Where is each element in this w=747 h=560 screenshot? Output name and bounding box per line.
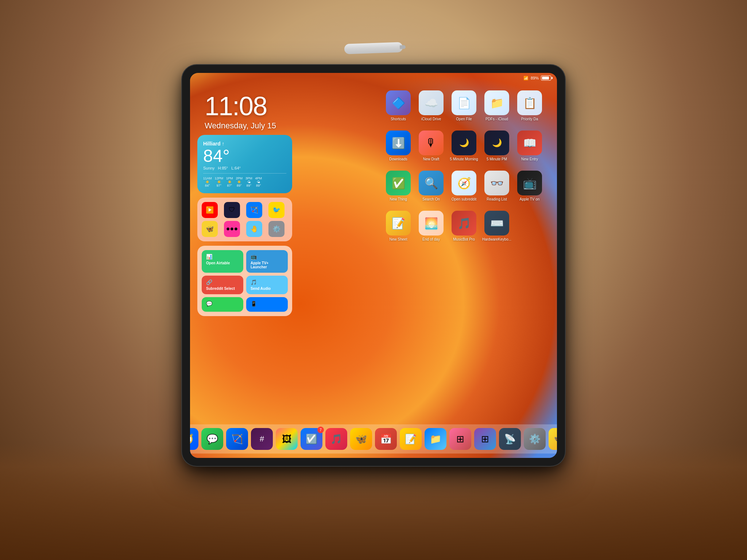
widget-bird-icon[interactable]: 🐦 [268, 202, 285, 218]
wifi-icon: 📶 [523, 76, 529, 81]
subreddit-icon: 🧭 [452, 171, 476, 195]
dock-tasks[interactable]: ☑️ 7 [301, 428, 322, 450]
app-priority[interactable]: 📋 Priority Da [513, 88, 546, 128]
app-new-draft[interactable]: 🎙 New Draft [415, 128, 448, 168]
shortcuts-widget[interactable]: 📊 Open Airtable 📺 Apple TV+ Launcher 🔗 S… [197, 246, 292, 316]
app-downloads[interactable]: ⬇️ Downloads [382, 128, 415, 168]
app-musicbot[interactable]: 🎵 MusicBot Pro [448, 208, 480, 248]
dock-grid1[interactable]: ⊞ [449, 428, 471, 450]
battery-text: 89% [531, 76, 539, 80]
dock-slack[interactable]: # [251, 428, 273, 450]
app-5min-morning[interactable]: 🌙 5 Minute Morning [448, 128, 480, 168]
dock-photos[interactable]: 🖼 [276, 428, 298, 450]
new-thing-icon: ✅ [386, 171, 411, 195]
dock-grid2[interactable]: ⊞ [474, 428, 496, 450]
shortcut-airtable[interactable]: 📊 Open Airtable [202, 250, 243, 273]
shortcut-audio[interactable]: 🎵 Send Audio [246, 276, 288, 294]
app-new-entry[interactable]: 📖 New Entry [513, 128, 546, 168]
app-open-file[interactable]: 📄 Open File [448, 88, 480, 128]
tasks-badge: 7 [317, 427, 324, 433]
app-search-on[interactable]: 🔍 Search On [415, 168, 448, 208]
ipad-body: 📶 89% 11:08 Wednesday, July 15 Hilliard … [182, 65, 565, 466]
dock-arrow[interactable]: 🏹 [226, 428, 248, 450]
weather-widget[interactable]: Hilliard ↑ 84° Sunny H:85° L:64° 11AM☀️8… [197, 135, 292, 193]
pdfs-icon: 📁 [484, 90, 509, 115]
reading-list-icon: 👓 [484, 171, 509, 195]
keyboard-icon: ⌨️ [484, 211, 509, 236]
ipad-screen: 📶 89% 11:08 Wednesday, July 15 Hilliard … [190, 73, 557, 458]
widget-youtube-icon[interactable]: ▶️ [202, 202, 218, 218]
5min-morning-icon: 🌙 [452, 131, 476, 155]
apple-pencil [344, 42, 403, 54]
widget-butterfly-icon[interactable]: 🦋 [202, 221, 218, 237]
app-5min-pm[interactable]: 🌙 5 Minute PM [480, 128, 513, 168]
weather-description: Sunny H:85° L:64° [203, 166, 286, 170]
widget-guard-icon[interactable]: 🛡 [224, 202, 240, 218]
dock-wunderbucket[interactable]: 🦋 [350, 428, 372, 450]
apps-widget[interactable]: ▶️ 🛡 🏹 🐦 🦋 ●●● 🤚 ⚙️ [197, 198, 292, 241]
status-bar: 📶 89% [190, 73, 557, 83]
clock-time: 11:08 [205, 91, 276, 121]
dock-wifi[interactable]: 📡 [499, 428, 521, 450]
app-end-of-day[interactable]: 🌅 End of day [415, 208, 448, 248]
app-icloud-drive[interactable]: ☁️ iCloud Drive [415, 88, 448, 128]
app-hardware-keyboard[interactable]: ⌨️ HardwareKeybo... [480, 208, 513, 248]
app-grid: 🔷 Shortcuts ☁️ iCloud Drive 📄 Open File … [382, 88, 546, 248]
icloud-icon: ☁️ [419, 90, 444, 115]
dock-safari[interactable]: 🧭 [190, 428, 198, 450]
ipad-device: 📶 89% 11:08 Wednesday, July 15 Hilliard … [182, 65, 565, 466]
search-on-icon: 🔍 [419, 171, 444, 195]
5min-pm-icon: 🌙 [484, 131, 509, 155]
end-of-day-icon: 🌅 [419, 211, 444, 236]
shortcut-msg1[interactable]: 💬 [202, 297, 243, 312]
dock-files[interactable]: 📁 [425, 428, 446, 450]
dock-fantastical[interactable]: 📅 [375, 428, 397, 450]
shortcuts-icon: 🔷 [386, 90, 411, 115]
widget-arrow-icon[interactable]: 🏹 [246, 202, 262, 218]
appletv-icon: 📺 [517, 171, 542, 195]
dock-butterfly2[interactable]: 🦋 [549, 428, 557, 450]
weather-forecast: 11AM☀️84° 12PM☀️97° 1PM☀️87° 2PM☀️89° 3P… [203, 173, 286, 187]
app-new-thing[interactable]: ✅ New Thing [382, 168, 415, 208]
dock-music[interactable]: 🎵 [325, 428, 347, 450]
dock: 🧭 💬 🏹 # 🖼 ☑️ 7 🎵 🦋 📅 📝 📁 ⊞ ⊞ 📡 [190, 424, 557, 454]
openfile-icon: 📄 [452, 90, 476, 115]
dock-notes[interactable]: 📝 [400, 428, 422, 450]
new-sheet-icon: 📝 [386, 211, 411, 236]
musicbot-icon: 🎵 [452, 211, 476, 236]
clock-date: Wednesday, July 15 [205, 121, 276, 131]
downloads-icon: ⬇️ [386, 131, 411, 155]
draft-icon: 🎙 [419, 131, 444, 155]
shortcut-subreddit[interactable]: 🔗 Subreddit Select [202, 276, 243, 294]
new-entry-icon: 📖 [517, 131, 542, 155]
battery-icon [541, 75, 551, 81]
dock-settings[interactable]: ⚙️ [524, 428, 546, 450]
status-icons: 📶 89% [523, 75, 551, 81]
clock-widget: 11:08 Wednesday, July 15 [205, 91, 276, 131]
weather-location: Hilliard ↑ [203, 141, 286, 147]
dock-messages[interactable]: 💬 [201, 428, 223, 450]
app-open-subreddit[interactable]: 🧭 Open subreddit [448, 168, 480, 208]
app-apple-tv[interactable]: 📺 Apple TV on [513, 168, 546, 208]
app-reading-list[interactable]: 👓 Reading List [480, 168, 513, 208]
app-pdfs[interactable]: 📁 PDFs - iCloud [480, 88, 513, 128]
widget-dots-icon[interactable]: ●●● [224, 221, 240, 237]
widgets-area: Hilliard ↑ 84° Sunny H:85° L:64° 11AM☀️8… [197, 135, 292, 316]
shortcut-appletv[interactable]: 📺 Apple TV+ Launcher [246, 250, 288, 273]
app-shortcuts[interactable]: 🔷 Shortcuts [382, 88, 415, 128]
priority-icon: 📋 [517, 90, 542, 115]
widget-settings-icon[interactable]: ⚙️ [268, 221, 285, 237]
shortcut-msg2[interactable]: 📱 [246, 297, 288, 312]
weather-temperature: 84° [203, 147, 286, 166]
widget-hand-icon[interactable]: 🤚 [246, 221, 262, 237]
app-new-sheet[interactable]: 📝 New Sheet [382, 208, 415, 248]
